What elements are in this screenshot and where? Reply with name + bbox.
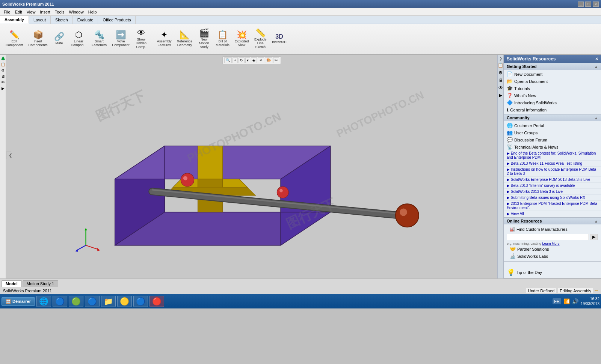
learn-more-link[interactable]: Learn More [542,242,560,245]
news-item-5[interactable]: ▶ Beta 2013 "Interim" survey is availabl… [504,183,601,189]
motion-icon[interactable]: ▶ [0,86,6,92]
community-header[interactable]: Community ▲ [504,114,601,121]
getting-started-header[interactable]: Getting Started ▲ [504,63,601,70]
close-button[interactable]: × [593,2,599,7]
config-icon[interactable]: ⚙ [0,68,6,74]
ribbon-instant3d[interactable]: 3D Instant3D [270,33,288,45]
ribbon-explode-line-sketch[interactable]: 📏 ExplodeLineSketch [252,28,269,50]
customer-portal-item[interactable]: 🌐 Customer Portal [504,122,601,129]
new-document-item[interactable]: 📄 New Document [504,71,601,78]
news-item-8[interactable]: ▶ 2013 Enterprise PDM "Hosted Enterprise… [504,201,601,211]
zoom-to-fit-button[interactable]: 🔍 [224,57,232,63]
viewport[interactable]: 🔍 + ⟳ ▾ ◈ ☀ 🎨 ✂ [6,55,497,278]
maximize-button[interactable]: □ [585,2,591,7]
community-label: Community [507,116,530,120]
motion-panel-icon: ▶ [499,93,502,98]
assembly-features-icon: ✦ [161,31,168,39]
view-panel-icon: 👁 [498,85,503,90]
property-icon[interactable]: 📋 [0,62,6,68]
manufacturer-search-button[interactable]: ▶ [590,234,598,240]
news-item-3[interactable]: ▶ Instructions on how to update Enterpri… [504,167,601,177]
news-item-1[interactable]: ▶ End of the Beta contest for: SolidWork… [504,150,601,161]
network-icon: 📶 [563,298,570,304]
taskbar-skype[interactable]: 🔵 [133,296,148,307]
ribbon-smart-fasteners[interactable]: 🔩 SmartFasteners [90,30,109,48]
display-style-button[interactable]: ◈ [251,57,257,63]
taskbar-chrome[interactable]: 🟢 [69,296,83,307]
menu-bar: File Edit View Insert Tools Window Help [0,8,601,16]
display-icon[interactable]: 🖥 [0,74,6,80]
ribbon-exploded-view[interactable]: 💥 ExplodedView [233,30,251,48]
appearance-button[interactable]: 🎨 [265,57,272,63]
right-panel-close-icon[interactable]: × [595,56,598,62]
menu-edit[interactable]: Edit [13,9,24,15]
tab-motion-study-1[interactable]: Motion Study 1 [23,280,58,287]
viewport-toolbar: 🔍 + ⟳ ▾ ◈ ☀ 🎨 ✂ [222,56,281,64]
taskbar-ie[interactable]: 🌐 [36,296,51,307]
menu-view[interactable]: View [24,9,38,15]
introducing-solidworks-item[interactable]: 🔷 Introducing SolidWorks [504,99,601,106]
ribbon-reference-geometry[interactable]: 📐 ReferenceGeometry [175,30,195,48]
user-groups-label: User Groups [514,131,538,135]
partner-solutions-item[interactable]: 🤝 Partner Solutions [507,245,598,253]
ribbon-linear-component[interactable]: ⬡ LinearCompon... [69,30,89,48]
whats-new-item[interactable]: ❓ What's New [504,92,601,99]
menu-window[interactable]: Window [67,9,86,15]
taskbar-explorer[interactable]: 📁 [101,296,116,307]
ribbon-new-motion-study[interactable]: 🎬 NewMotionStudy [196,28,212,50]
news-item-2[interactable]: ▶ Beta 2013 Week 11 Focus Area Test list… [504,161,601,167]
taskbar-app4[interactable]: 🔵 [85,296,100,307]
tab-sketch[interactable]: Sketch [51,16,73,24]
discussion-forum-icon: 💬 [507,137,513,143]
taskbar-app2[interactable]: 🔵 [53,296,67,307]
tab-layout[interactable]: Layout [29,16,51,24]
start-button[interactable]: 🪟 Démarrer [2,297,35,306]
menu-file[interactable]: File [2,9,13,15]
tab-model[interactable]: Model [2,280,22,287]
view-orientation-button[interactable]: ▾ [245,57,250,63]
tab-office-products[interactable]: Office Products [98,16,136,24]
technical-alerts-item[interactable]: 📡 Technical Alerts & News [504,143,601,150]
menu-insert[interactable]: Insert [38,9,53,15]
menu-tools[interactable]: Tools [53,9,67,15]
ribbon-insert-components[interactable]: 📦 InsertComponents [27,30,50,48]
tab-assembly[interactable]: Assembly [0,16,29,24]
open-document-item[interactable]: 📂 Open a Document [504,78,601,85]
minimize-button[interactable]: _ [578,2,584,7]
tutorials-item[interactable]: 🎓 Tutorials [504,85,601,92]
ribbon-assembly-features[interactable]: ✦ AssemblyFeatures [155,30,174,48]
taskbar-app6[interactable]: 🟡 [117,296,132,307]
online-resources-header[interactable]: Online Resources ▲ [504,218,601,224]
news-item-7[interactable]: ▶ Submitting Beta issues using SolidWork… [504,195,601,201]
mate-icon: 🔗 [54,33,64,41]
ribbon-edit-component[interactable]: ✏️ EditComponent [4,30,25,48]
ribbon-show-hidden[interactable]: 👁 ShowHiddenComp. [133,28,149,50]
view-all-news[interactable]: ▶ View All [504,211,601,217]
model-view-icon[interactable]: 👁 [0,80,6,86]
tab-evaluate[interactable]: Evaluate [73,16,98,24]
ribbon-bill-of-materials[interactable]: 📋 Bill ofMaterials [214,30,231,48]
config-panel-icon: ⚙ [498,70,503,75]
whats-new-icon: ❓ [507,93,513,98]
ribbon-move-component[interactable]: ➡️ MoveComponent [110,30,131,48]
scene-button[interactable]: ☀ [258,57,264,63]
zoom-in-button[interactable]: + [233,57,238,63]
rotate-button[interactable]: ⟳ [239,57,245,63]
discussion-forum-item[interactable]: 💬 Discussion Forum [504,136,601,143]
menu-help[interactable]: Help [86,9,99,15]
right-panel-collapse[interactable]: ❯ 📋 ⚙ 🖥 👁 ▶ [497,55,503,278]
ribbon-mate[interactable]: 🔗 Mate [51,32,68,46]
general-information-item[interactable]: ℹ General Information [504,106,601,113]
feature-tree-icon[interactable]: 🌲 [0,56,6,62]
section-view-button[interactable]: ✂ [273,57,279,63]
partner-solutions-icon: 🤝 [510,246,516,252]
solidworks-labs-item[interactable]: 🔬 SolidWorks Labs [507,253,598,260]
news-item-6[interactable]: ▶ SolidWorks 2013 Beta 3 is Live [504,189,601,195]
user-groups-item[interactable]: 👥 User Groups [504,129,601,136]
taskbar-solidworks[interactable]: 🔴 [149,296,164,307]
manufacturer-search-input[interactable] [507,234,589,240]
ribbon-group-edit-items: ✏️ EditComponent 📦 InsertComponents 🔗 Ma… [4,26,149,52]
svg-point-25 [181,173,194,187]
edge-toggle-button[interactable]: ❮ [7,153,14,158]
news-item-4[interactable]: ▶ SolidWorks Enterprise PDM 2013 Beta 3 … [504,177,601,183]
